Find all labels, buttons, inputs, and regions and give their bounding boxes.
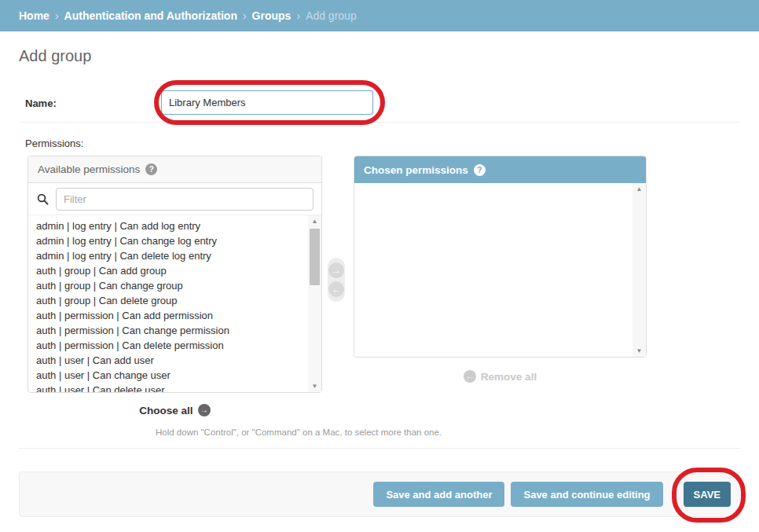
choose-all-link[interactable]: Choose all → (28, 404, 322, 416)
help-icon[interactable]: ? (145, 163, 157, 175)
choose-arrow-icon[interactable]: → (328, 262, 344, 278)
available-permissions-list: admin | log entry | Can add log entryadm… (28, 215, 321, 392)
scroll-up-icon[interactable]: ▲ (632, 183, 646, 195)
filter-input[interactable] (56, 188, 314, 211)
permission-option[interactable]: auth | group | Can delete group (28, 293, 306, 308)
chosen-permissions-header: Chosen permissions ? (354, 156, 646, 183)
scroll-up-icon[interactable]: ▲ (308, 215, 321, 227)
save-continue-editing-button[interactable]: Save and continue editing (511, 482, 662, 507)
breadcrumb-separator: › (296, 9, 300, 22)
submit-row: Save and add another Save and continue e… (19, 471, 740, 517)
remove-all-link[interactable]: ← Remove all (354, 370, 647, 383)
help-icon[interactable]: ? (474, 164, 486, 176)
remove-arrow-icon[interactable]: ← (328, 281, 344, 297)
breadcrumb-auth[interactable]: Authentication and Authorization (64, 9, 237, 22)
divider (19, 448, 740, 449)
choose-all-arrow-icon: → (198, 404, 211, 416)
permission-option[interactable]: admin | log entry | Can delete log entry (28, 248, 306, 263)
name-input[interactable] (161, 90, 373, 115)
page-title: Add group (19, 47, 91, 65)
permission-option[interactable]: auth | user | Can delete user (28, 383, 306, 392)
permissions-label: Permissions: (25, 138, 83, 149)
scrollbar[interactable]: ▲ ▼ (632, 183, 646, 357)
permission-option[interactable]: auth | permission | Can add permission (28, 308, 306, 323)
search-icon (37, 193, 49, 205)
permission-option[interactable]: admin | log entry | Can add log entry (28, 218, 306, 233)
permission-option[interactable]: auth | permission | Can delete permissio… (28, 338, 306, 353)
available-permissions-title: Available permissions (38, 163, 140, 175)
selector-chooser: → ← (328, 258, 345, 302)
breadcrumb-separator: › (55, 9, 59, 22)
scroll-down-icon[interactable]: ▼ (632, 345, 646, 357)
available-permissions-header: Available permissions ? (28, 156, 321, 183)
scrollbar[interactable]: ▲ ▼ (308, 215, 321, 392)
divider (19, 122, 740, 123)
permission-option[interactable]: auth | group | Can change group (28, 278, 306, 293)
permission-option[interactable]: auth | user | Can change user (28, 368, 306, 383)
save-button[interactable]: SAVE (684, 482, 731, 507)
chosen-permissions-list: ▲ ▼ (354, 183, 646, 357)
available-permissions-panel: Available permissions ? admin | log entr… (28, 156, 322, 393)
chosen-permissions-panel: Chosen permissions ? ▲ ▼ (354, 156, 647, 358)
scroll-down-icon[interactable]: ▼ (308, 380, 321, 392)
breadcrumb-current: Add group (306, 9, 357, 22)
scrollbar-thumb[interactable] (310, 229, 320, 285)
selector-help-text: Hold down "Control", or "Command" on a M… (156, 427, 442, 437)
remove-all-label: Remove all (481, 371, 537, 383)
permission-option[interactable]: auth | group | Can add group (28, 263, 306, 278)
remove-all-arrow-icon: ← (464, 370, 476, 383)
permission-option[interactable]: auth | permission | Can change permissio… (28, 323, 306, 338)
permission-option[interactable]: auth | user | Can add user (28, 353, 306, 368)
breadcrumb-separator: › (243, 9, 247, 22)
permission-option[interactable]: admin | log entry | Can change log entry (28, 233, 306, 248)
breadcrumb: Home › Authentication and Authorization … (0, 0, 759, 31)
name-label: Name: (25, 97, 57, 109)
filter-row (28, 183, 321, 215)
breadcrumb-groups[interactable]: Groups (252, 9, 292, 22)
breadcrumb-home[interactable]: Home (19, 9, 50, 22)
save-add-another-button[interactable]: Save and add another (373, 482, 504, 507)
choose-all-label: Choose all (139, 405, 192, 416)
chosen-permissions-title: Chosen permissions (364, 164, 468, 176)
